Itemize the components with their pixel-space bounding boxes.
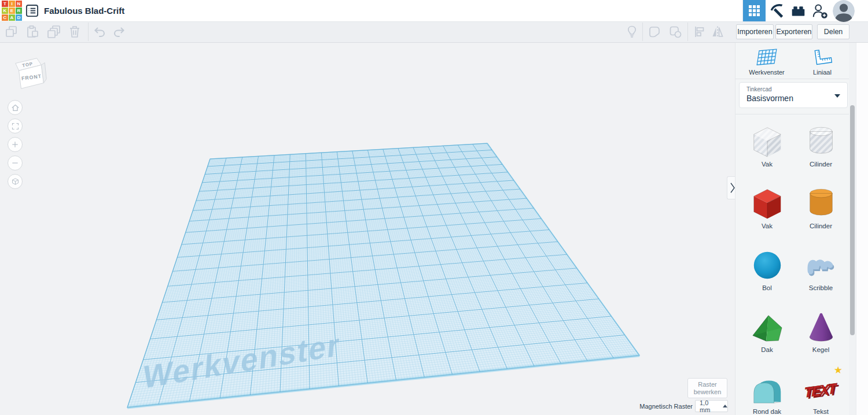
ruler-icon <box>812 48 833 66</box>
copy-icon[interactable] <box>5 25 19 39</box>
view-nav-column <box>8 100 23 192</box>
snap-grid-value: 1,0 mm <box>700 399 719 413</box>
invite-person-icon[interactable] <box>811 2 829 22</box>
shape-tile-cilinder[interactable]: Cilinder <box>794 181 848 243</box>
workplane-icon <box>756 48 777 66</box>
lightbulb-icon[interactable] <box>625 25 639 39</box>
logo-tile: A <box>9 14 15 21</box>
shape-tile-cilinder[interactable]: Cilinder <box>794 119 848 181</box>
shape-tile-bol[interactable]: Bol <box>740 243 794 305</box>
shape-gallery: Vak Cilinder Vak Cilinder Bol Scribble <box>740 119 854 415</box>
undo-icon[interactable] <box>93 25 106 39</box>
shape-tile-rond-dak[interactable]: Rond dak <box>740 366 794 415</box>
paste-icon[interactable] <box>25 25 39 39</box>
logo-tile: E <box>9 8 15 14</box>
minecraft-pickaxe-icon[interactable] <box>768 3 785 21</box>
view-cube[interactable]: TOP FRONT <box>10 54 51 93</box>
scrollbar-thumb[interactable] <box>850 105 855 335</box>
shape-tile-scribble[interactable]: Scribble <box>794 243 848 305</box>
shape-label: Cilinder <box>810 161 832 168</box>
shape-tile-tekst[interactable]: TEXT TEXT Tekst★ <box>794 366 848 415</box>
snap-grid-select[interactable]: 1,0 mm <box>695 400 728 412</box>
shape-label: Rond dak <box>753 408 781 415</box>
tinkercad-logo[interactable]: TINKERCAD <box>2 1 22 21</box>
cone-icon <box>803 309 839 344</box>
shape-label: Vak <box>762 223 773 229</box>
dropdown-selected-value: Basisvormen <box>746 94 793 103</box>
shape-tile-vak[interactable]: Vak <box>740 181 794 243</box>
fit-view-button[interactable] <box>8 118 23 134</box>
shape-label: Scribble <box>809 284 833 291</box>
window-edge <box>856 42 868 415</box>
box-solid-icon <box>749 185 785 221</box>
avatar[interactable] <box>833 0 855 22</box>
share-button[interactable]: Delen <box>817 24 849 39</box>
divider <box>642 23 643 41</box>
zoom-out-button[interactable] <box>8 155 23 171</box>
cylinder-hole-icon <box>803 123 839 159</box>
divider <box>687 23 688 41</box>
tinkercad-app: TINKERCAD Fabulous Blad-Crift <box>0 0 868 415</box>
shape-tile-kegel[interactable]: Kegel <box>794 305 848 366</box>
logo-tile: C <box>2 14 8 21</box>
divider <box>735 79 849 79</box>
favorite-star-icon[interactable]: ★ <box>834 365 843 375</box>
top-bar: TINKERCAD Fabulous Blad-Crift <box>0 0 868 22</box>
workplane-tool-button[interactable]: Werkvenster <box>738 48 796 76</box>
shape-label: Bol <box>762 284 772 291</box>
shape-panel: Werkvenster Liniaal Tinkercad Basisvorme… <box>735 42 868 415</box>
3d-viewport[interactable]: Werkvenster TOP FRONT <box>0 42 735 415</box>
export-button[interactable]: Exporteren <box>775 24 812 39</box>
divider <box>88 23 89 41</box>
dropdown-brand-label: Tinkercad <box>746 86 772 92</box>
snap-grid-label: Magnetisch Raster <box>602 403 693 410</box>
shape-label: Dak <box>761 346 773 353</box>
import-button[interactable]: Importeren <box>736 24 774 39</box>
logo-tile: R <box>16 8 22 14</box>
panel-scrollbar <box>849 42 856 415</box>
group-icon[interactable] <box>648 25 661 39</box>
mirror-icon[interactable] <box>711 25 724 39</box>
design-title[interactable]: Fabulous Blad-Crift <box>44 0 124 21</box>
round-roof-icon <box>749 370 785 406</box>
caret-up-icon <box>723 405 727 407</box>
home-view-button[interactable] <box>8 100 23 115</box>
dashboard-grid-button[interactable] <box>743 0 766 21</box>
caret-down-icon <box>834 94 840 98</box>
sphere-icon <box>749 247 785 283</box>
scribble-icon <box>803 247 839 283</box>
ungroup-icon[interactable] <box>668 25 682 39</box>
ruler-tool-button[interactable]: Liniaal <box>793 48 851 76</box>
shape-label: Kegel <box>812 346 829 353</box>
edit-grid-line1: Raster <box>688 381 727 388</box>
align-icon[interactable] <box>692 25 706 39</box>
shape-category-dropdown[interactable]: Tinkercad Basisvormen <box>739 82 848 108</box>
logo-tile: K <box>2 8 8 14</box>
shape-label: Tekst <box>813 408 829 415</box>
zoom-in-button[interactable] <box>8 137 23 152</box>
shape-tile-vak[interactable]: Vak <box>740 119 794 181</box>
roof-icon <box>749 309 785 344</box>
box-hole-icon <box>749 123 785 159</box>
edit-toolbar: Importeren Exporteren Delen <box>0 21 868 43</box>
perspective-toggle-button[interactable] <box>8 174 23 189</box>
divider <box>735 114 849 114</box>
logo-tile: D <box>16 14 22 21</box>
edit-grid-button[interactable]: Raster bewerken <box>687 378 727 398</box>
logo-tile: T <box>2 1 8 7</box>
edit-grid-line2: bewerken <box>688 388 727 396</box>
delete-icon[interactable] <box>68 25 82 39</box>
logo-tile: N <box>16 1 22 7</box>
redo-icon[interactable] <box>112 25 126 39</box>
ruler-tool-label: Liniaal <box>813 69 832 76</box>
cylinder-solid-icon <box>803 185 839 221</box>
shape-label: Cilinder <box>810 223 832 229</box>
app-grid-icon <box>749 5 760 16</box>
workplane-tool-label: Werkvenster <box>749 69 785 76</box>
duplicate-icon[interactable] <box>47 25 61 39</box>
shape-tile-dak[interactable]: Dak <box>740 305 794 366</box>
brick-icon[interactable] <box>790 3 806 21</box>
shape-label: Vak <box>762 161 773 168</box>
project-list-icon[interactable] <box>25 4 39 17</box>
logo-tile: I <box>9 1 15 7</box>
